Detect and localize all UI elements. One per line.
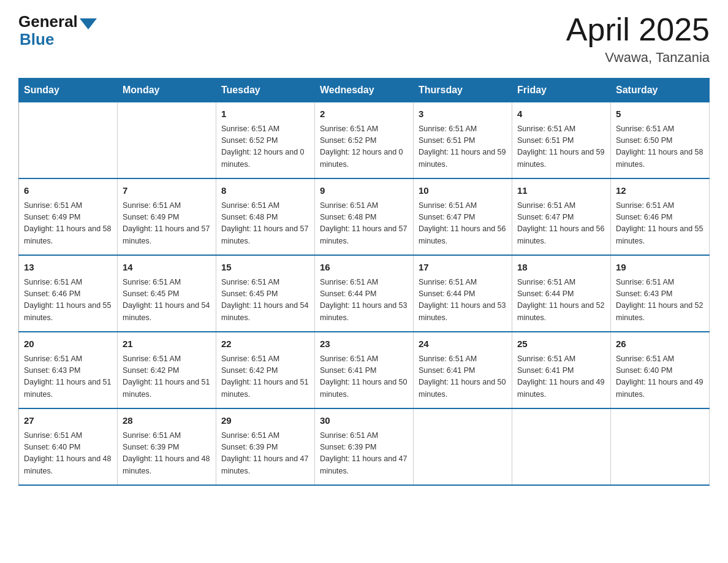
day-number: 28: [123, 414, 211, 428]
calendar-day-cell: [512, 408, 611, 485]
day-number: 23: [320, 337, 408, 351]
day-number: 19: [616, 261, 704, 275]
calendar-day-cell: 26Sunrise: 6:51 AMSunset: 6:40 PMDayligh…: [611, 332, 710, 408]
calendar-day-cell: 21Sunrise: 6:51 AMSunset: 6:42 PMDayligh…: [118, 332, 216, 408]
day-info: Sunrise: 6:51 AMSunset: 6:47 PMDaylight:…: [517, 200, 605, 248]
calendar-subtitle: Vwawa, Tanzania: [566, 50, 710, 66]
day-info: Sunrise: 6:51 AMSunset: 6:45 PMDaylight:…: [123, 277, 211, 324]
calendar-day-cell: 16Sunrise: 6:51 AMSunset: 6:44 PMDayligh…: [315, 255, 414, 332]
day-of-week-header: Monday: [118, 79, 216, 102]
calendar-day-cell: 4Sunrise: 6:51 AMSunset: 6:51 PMDaylight…: [512, 102, 611, 179]
logo: General Blue: [18, 12, 97, 49]
day-number: 13: [24, 261, 112, 275]
day-of-week-header: Thursday: [414, 79, 512, 102]
day-info: Sunrise: 6:51 AMSunset: 6:39 PMDaylight:…: [221, 430, 309, 478]
day-info: Sunrise: 6:51 AMSunset: 6:46 PMDaylight:…: [24, 277, 112, 324]
day-info: Sunrise: 6:51 AMSunset: 6:52 PMDaylight:…: [221, 123, 309, 171]
day-number: 21: [123, 337, 211, 351]
calendar-title: April 2025: [566, 12, 710, 47]
title-block: April 2025 Vwawa, Tanzania: [566, 12, 710, 66]
day-info: Sunrise: 6:51 AMSunset: 6:47 PMDaylight:…: [419, 200, 507, 248]
day-info: Sunrise: 6:51 AMSunset: 6:43 PMDaylight:…: [24, 353, 112, 401]
day-of-week-header: Friday: [512, 79, 611, 102]
day-info: Sunrise: 6:51 AMSunset: 6:40 PMDaylight:…: [616, 353, 704, 401]
calendar-week-row: 1Sunrise: 6:51 AMSunset: 6:52 PMDaylight…: [19, 102, 710, 179]
day-of-week-header: Sunday: [19, 79, 118, 102]
day-info: Sunrise: 6:51 AMSunset: 6:51 PMDaylight:…: [517, 123, 605, 171]
calendar-day-cell: [19, 102, 118, 179]
day-number: 8: [221, 184, 309, 198]
calendar-week-row: 20Sunrise: 6:51 AMSunset: 6:43 PMDayligh…: [19, 332, 710, 408]
day-number: 24: [419, 337, 507, 351]
day-info: Sunrise: 6:51 AMSunset: 6:43 PMDaylight:…: [616, 277, 704, 324]
calendar-header-row: SundayMondayTuesdayWednesdayThursdayFrid…: [19, 79, 710, 102]
day-info: Sunrise: 6:51 AMSunset: 6:50 PMDaylight:…: [616, 123, 704, 171]
calendar-day-cell: [118, 102, 216, 179]
day-info: Sunrise: 6:51 AMSunset: 6:41 PMDaylight:…: [320, 353, 408, 401]
calendar-day-cell: 8Sunrise: 6:51 AMSunset: 6:48 PMDaylight…: [216, 178, 315, 255]
day-info: Sunrise: 6:51 AMSunset: 6:40 PMDaylight:…: [24, 430, 112, 478]
logo-arrow-icon: [80, 18, 97, 29]
day-number: 14: [123, 261, 211, 275]
day-info: Sunrise: 6:51 AMSunset: 6:51 PMDaylight:…: [419, 123, 507, 171]
calendar-day-cell: 19Sunrise: 6:51 AMSunset: 6:43 PMDayligh…: [611, 255, 710, 332]
calendar-day-cell: 6Sunrise: 6:51 AMSunset: 6:49 PMDaylight…: [19, 178, 118, 255]
day-info: Sunrise: 6:51 AMSunset: 6:42 PMDaylight:…: [123, 353, 211, 401]
calendar-day-cell: 10Sunrise: 6:51 AMSunset: 6:47 PMDayligh…: [414, 178, 512, 255]
day-of-week-header: Saturday: [611, 79, 710, 102]
day-info: Sunrise: 6:51 AMSunset: 6:46 PMDaylight:…: [616, 200, 704, 248]
day-number: 1: [221, 107, 309, 121]
day-info: Sunrise: 6:51 AMSunset: 6:45 PMDaylight:…: [221, 277, 309, 324]
day-number: 15: [221, 261, 309, 275]
day-info: Sunrise: 6:51 AMSunset: 6:49 PMDaylight:…: [123, 200, 211, 248]
calendar-day-cell: 17Sunrise: 6:51 AMSunset: 6:44 PMDayligh…: [414, 255, 512, 332]
calendar-day-cell: [611, 408, 710, 485]
day-number: 27: [24, 414, 112, 428]
calendar-day-cell: 25Sunrise: 6:51 AMSunset: 6:41 PMDayligh…: [512, 332, 611, 408]
calendar-day-cell: 27Sunrise: 6:51 AMSunset: 6:40 PMDayligh…: [19, 408, 118, 485]
calendar-day-cell: 15Sunrise: 6:51 AMSunset: 6:45 PMDayligh…: [216, 255, 315, 332]
day-number: 2: [320, 107, 408, 121]
day-number: 17: [419, 261, 507, 275]
day-number: 16: [320, 261, 408, 275]
calendar-day-cell: 28Sunrise: 6:51 AMSunset: 6:39 PMDayligh…: [118, 408, 216, 485]
calendar-day-cell: 9Sunrise: 6:51 AMSunset: 6:48 PMDaylight…: [315, 178, 414, 255]
day-number: 25: [517, 337, 605, 351]
calendar-day-cell: 30Sunrise: 6:51 AMSunset: 6:39 PMDayligh…: [315, 408, 414, 485]
calendar-day-cell: 18Sunrise: 6:51 AMSunset: 6:44 PMDayligh…: [512, 255, 611, 332]
calendar-table: SundayMondayTuesdayWednesdayThursdayFrid…: [18, 78, 710, 486]
day-number: 9: [320, 184, 408, 198]
day-info: Sunrise: 6:51 AMSunset: 6:48 PMDaylight:…: [320, 200, 408, 248]
day-info: Sunrise: 6:51 AMSunset: 6:39 PMDaylight:…: [123, 430, 211, 478]
day-of-week-header: Wednesday: [315, 79, 414, 102]
calendar-day-cell: 5Sunrise: 6:51 AMSunset: 6:50 PMDaylight…: [611, 102, 710, 179]
day-info: Sunrise: 6:51 AMSunset: 6:44 PMDaylight:…: [517, 277, 605, 324]
calendar-day-cell: 24Sunrise: 6:51 AMSunset: 6:41 PMDayligh…: [414, 332, 512, 408]
day-number: 5: [616, 107, 704, 121]
calendar-day-cell: 7Sunrise: 6:51 AMSunset: 6:49 PMDaylight…: [118, 178, 216, 255]
day-info: Sunrise: 6:51 AMSunset: 6:49 PMDaylight:…: [24, 200, 112, 248]
calendar-day-cell: 23Sunrise: 6:51 AMSunset: 6:41 PMDayligh…: [315, 332, 414, 408]
calendar-day-cell: 1Sunrise: 6:51 AMSunset: 6:52 PMDaylight…: [216, 102, 315, 179]
calendar-day-cell: 20Sunrise: 6:51 AMSunset: 6:43 PMDayligh…: [19, 332, 118, 408]
day-number: 3: [419, 107, 507, 121]
calendar-week-row: 27Sunrise: 6:51 AMSunset: 6:40 PMDayligh…: [19, 408, 710, 485]
day-number: 12: [616, 184, 704, 198]
calendar-day-cell: 2Sunrise: 6:51 AMSunset: 6:52 PMDaylight…: [315, 102, 414, 179]
day-number: 10: [419, 184, 507, 198]
day-number: 30: [320, 414, 408, 428]
day-info: Sunrise: 6:51 AMSunset: 6:48 PMDaylight:…: [221, 200, 309, 248]
day-info: Sunrise: 6:51 AMSunset: 6:42 PMDaylight:…: [221, 353, 309, 401]
day-number: 7: [123, 184, 211, 198]
day-info: Sunrise: 6:51 AMSunset: 6:44 PMDaylight:…: [419, 277, 507, 324]
day-number: 4: [517, 107, 605, 121]
day-info: Sunrise: 6:51 AMSunset: 6:41 PMDaylight:…: [419, 353, 507, 401]
calendar-week-row: 6Sunrise: 6:51 AMSunset: 6:49 PMDaylight…: [19, 178, 710, 255]
day-number: 11: [517, 184, 605, 198]
day-info: Sunrise: 6:51 AMSunset: 6:44 PMDaylight:…: [320, 277, 408, 324]
day-number: 22: [221, 337, 309, 351]
calendar-day-cell: 12Sunrise: 6:51 AMSunset: 6:46 PMDayligh…: [611, 178, 710, 255]
day-of-week-header: Tuesday: [216, 79, 315, 102]
day-number: 26: [616, 337, 704, 351]
day-info: Sunrise: 6:51 AMSunset: 6:39 PMDaylight:…: [320, 430, 408, 478]
